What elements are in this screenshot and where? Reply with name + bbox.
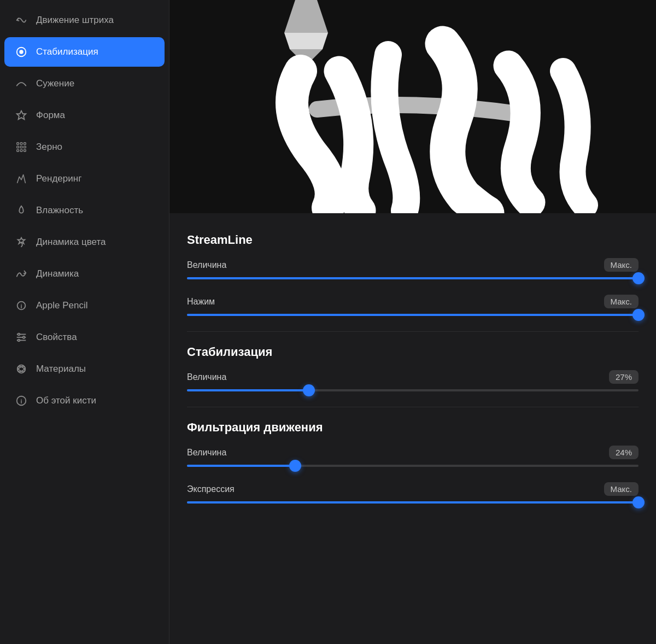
properties-icon	[14, 330, 28, 344]
svg-rect-11	[24, 150, 26, 152]
stabilization-amount-header: Величина 27%	[187, 370, 639, 384]
wetmix-icon	[14, 203, 28, 218]
streamline-amount-label: Величина	[187, 260, 226, 270]
stabilization-amount-track[interactable]	[187, 389, 639, 391]
streamline-pressure-value: Макс.	[604, 295, 639, 308]
motion-expression-value: Макс.	[604, 482, 639, 496]
svg-rect-4	[20, 143, 22, 145]
streamline-pressure-header: Нажим Макс.	[187, 295, 639, 308]
motion-expression-label: Экспрессия	[187, 484, 235, 494]
svg-text:i: i	[20, 303, 22, 309]
motion-expression-row: Экспрессия Макс.	[187, 482, 639, 504]
sidebar-item-dynamics[interactable]: Динамика	[4, 259, 165, 289]
sidebar-item-about[interactable]: i Об этой кисти	[4, 386, 165, 415]
svg-rect-6	[17, 146, 19, 148]
brush-stroke-svg	[169, 0, 656, 213]
svg-point-19	[18, 339, 20, 342]
motion-amount-row: Величина 24%	[187, 446, 639, 467]
divider-1	[187, 331, 639, 332]
sidebar-item-apple-pencil[interactable]: i Apple Pencil	[4, 291, 165, 320]
stroke-motion-icon	[14, 13, 28, 27]
motion-amount-track[interactable]	[187, 465, 639, 467]
svg-point-1	[20, 50, 23, 54]
streamline-pressure-fill	[187, 314, 639, 316]
sidebar-item-shape[interactable]: Форма	[4, 101, 165, 130]
svg-point-18	[23, 336, 25, 338]
dynamics-icon	[14, 267, 28, 281]
stabilization-icon	[14, 45, 28, 59]
streamline-section-title: StreamLine	[187, 233, 639, 247]
motion-amount-fill	[187, 465, 295, 467]
motion-expression-fill	[187, 501, 639, 504]
sidebar-label-stroke-motion: Движение штриха	[36, 15, 114, 26]
stabilization-amount-thumb[interactable]	[303, 384, 315, 396]
sidebar-item-taper[interactable]: Сужение	[4, 69, 165, 98]
about-icon: i	[14, 394, 28, 408]
motion-amount-label: Величина	[187, 448, 226, 458]
sidebar-item-materials[interactable]: Материалы	[4, 354, 165, 384]
streamline-pressure-track[interactable]	[187, 314, 639, 316]
svg-marker-27	[284, 33, 328, 49]
streamline-amount-header: Величина Макс.	[187, 258, 639, 272]
svg-point-17	[18, 333, 20, 336]
streamline-amount-row: Величина Макс.	[187, 258, 639, 279]
sidebar: Движение штриха Стабилизация Сужение Фор…	[0, 0, 169, 644]
sidebar-label-dynamics: Динамика	[36, 268, 79, 279]
svg-rect-8	[24, 146, 26, 148]
streamline-amount-thumb[interactable]	[632, 272, 645, 284]
sidebar-item-stroke-motion[interactable]: Движение штриха	[4, 5, 165, 35]
stabilization-amount-row: Величина 27%	[187, 370, 639, 391]
apple-pencil-icon: i	[14, 298, 28, 313]
streamline-amount-track[interactable]	[187, 277, 639, 279]
motion-filter-section-title: Фильтрация движения	[187, 420, 639, 435]
streamline-amount-fill	[187, 277, 639, 279]
sidebar-label-materials: Материалы	[36, 364, 86, 374]
svg-rect-9	[17, 150, 19, 152]
sidebar-item-color-dynamics[interactable]: Динамика цвета	[4, 227, 165, 257]
motion-amount-header: Величина 24%	[187, 446, 639, 459]
svg-rect-7	[20, 146, 22, 148]
motion-expression-thumb[interactable]	[632, 496, 645, 508]
motion-expression-track[interactable]	[187, 501, 639, 504]
sidebar-label-shape: Форма	[36, 110, 65, 121]
sidebar-label-stabilization: Стабилизация	[36, 46, 98, 57]
sidebar-label-taper: Сужение	[36, 78, 74, 89]
sidebar-label-apple-pencil: Apple Pencil	[36, 300, 88, 311]
shape-icon	[14, 108, 28, 122]
sidebar-label-rendering: Рендеринг	[36, 173, 81, 184]
svg-rect-3	[17, 143, 19, 145]
svg-rect-5	[24, 143, 26, 145]
color-dynamics-icon	[14, 235, 28, 249]
settings-content: StreamLine Величина Макс. Нажим Макс.	[169, 213, 656, 644]
divider-2	[187, 407, 639, 407]
sidebar-item-grain[interactable]: Зерно	[4, 132, 165, 162]
sidebar-item-rendering[interactable]: Рендеринг	[4, 164, 165, 194]
main-content: StreamLine Величина Макс. Нажим Макс.	[169, 0, 656, 644]
stabilization-amount-label: Величина	[187, 372, 226, 382]
sidebar-item-wetmix[interactable]: Влажность	[4, 196, 165, 225]
sidebar-label-properties: Свойства	[36, 332, 77, 343]
streamline-amount-value: Макс.	[604, 258, 639, 272]
taper-icon	[14, 77, 28, 91]
motion-amount-thumb[interactable]	[289, 460, 301, 472]
grain-icon	[14, 140, 28, 154]
stabilization-amount-fill	[187, 389, 309, 391]
rendering-icon	[14, 172, 28, 186]
sidebar-label-color-dynamics: Динамика цвета	[36, 237, 106, 248]
streamline-pressure-thumb[interactable]	[632, 309, 645, 321]
sidebar-label-about: Об этой кисти	[36, 395, 96, 406]
streamline-pressure-label: Нажим	[187, 297, 215, 307]
materials-icon	[14, 362, 28, 376]
stabilization-section-title: Стабилизация	[187, 345, 639, 359]
motion-expression-header: Экспрессия Макс.	[187, 482, 639, 496]
sidebar-item-properties[interactable]: Свойства	[4, 323, 165, 352]
brush-preview	[169, 0, 656, 213]
svg-marker-2	[17, 111, 26, 120]
stabilization-amount-value: 27%	[609, 370, 639, 384]
sidebar-label-wetmix: Влажность	[36, 205, 83, 216]
sidebar-label-grain: Зерно	[36, 142, 62, 153]
svg-text:i: i	[20, 398, 22, 405]
sidebar-item-stabilization[interactable]: Стабилизация	[4, 37, 165, 67]
motion-amount-value: 24%	[609, 446, 639, 459]
streamline-pressure-row: Нажим Макс.	[187, 295, 639, 316]
